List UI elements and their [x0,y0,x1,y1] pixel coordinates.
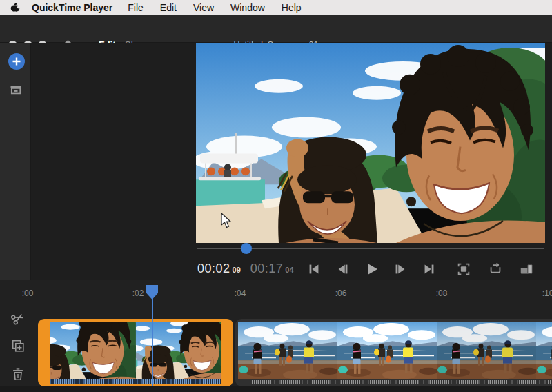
clip1-thumb-1 [50,322,136,379]
menu-app-name[interactable]: QuickTime Player [32,2,112,13]
clip2-thumb-2 [337,322,437,379]
plus-icon [12,57,21,66]
orientation-icon [519,262,534,277]
apple-logo-icon[interactable] [10,2,21,13]
ruler-tick-00: :00 [22,288,34,298]
app-window: QuickTime Player File Edit View Window H… [0,0,552,392]
timeline-clip-selected[interactable] [38,319,233,386]
duplicate-clip-button[interactable] [10,338,26,353]
ruler-tick-08: :08 [436,288,448,298]
beach-selfie-frame [196,43,545,243]
scissors-icon [10,311,26,326]
ruler-tick-02: :02 [132,288,144,298]
add-media-button[interactable] [8,53,25,70]
total-frames: 04 [285,266,293,274]
fullscreen-icon [456,262,471,277]
menu-window[interactable]: Window [230,2,265,13]
menu-help[interactable]: Help [282,2,302,13]
clip2-thumbnails [238,322,552,379]
current-time: 00:02 [197,262,230,275]
timeline-bottom-gutter [0,386,552,392]
preview-panel [31,43,552,280]
ruler-tick-04: :04 [235,288,246,298]
clip2-thumb-4-partial [536,322,552,379]
left-toolbar [0,43,31,280]
play-icon [363,261,379,277]
orientation-button[interactable] [518,261,535,277]
playhead-line[interactable] [152,297,153,392]
duplicate-icon [10,338,26,353]
clip1-audio-waveform [50,379,221,384]
menu-edit[interactable]: Edit [160,2,177,13]
fullscreen-button[interactable] [455,261,473,277]
frame-back-button[interactable] [333,260,353,278]
play-button[interactable] [362,260,381,278]
step-forward-icon [393,262,408,277]
delete-clip-button[interactable] [10,366,26,382]
timeline-panel[interactable]: :00 :02 :04 :06 :08 :10 [0,280,552,392]
media-browser-icon [9,83,23,97]
loop-playback-button[interactable] [486,261,504,277]
next-edit-button[interactable] [420,260,439,278]
macos-menu-bar: QuickTime Player File Edit View Window H… [0,0,552,15]
clip2-audio-waveform [252,380,552,384]
current-frames: 09 [233,266,241,274]
clip1-thumbnails [50,322,221,379]
split-clip-button[interactable] [10,311,26,326]
video-preview[interactable] [196,43,545,243]
frame-forward-button[interactable] [391,260,410,278]
skip-forward-icon [422,262,437,277]
step-back-icon [335,262,351,277]
playback-scrubber-handle[interactable] [241,243,252,254]
menu-view[interactable]: View [193,2,214,13]
loop-icon [488,262,503,277]
media-browser-button[interactable] [9,83,23,97]
total-time: 00:17 [250,262,284,275]
clip2-thumb-3 [437,322,536,379]
window-title-bar: Edit Share Untitled: Sequence 01 [0,15,552,43]
timeline-clip-2[interactable] [235,319,552,386]
mouse-cursor [221,213,233,229]
timecode-display: 00:020900:1704 [197,262,294,276]
menu-file[interactable]: File [128,2,144,13]
trash-icon [10,366,26,382]
skip-back-icon [306,262,322,277]
ruler-tick-10: :10 [542,288,552,298]
previous-edit-button[interactable] [304,260,324,278]
clip1-thumb-2 [136,322,222,379]
clip2-thumb-1 [238,322,337,379]
ruler-tick-06: :06 [335,288,347,298]
